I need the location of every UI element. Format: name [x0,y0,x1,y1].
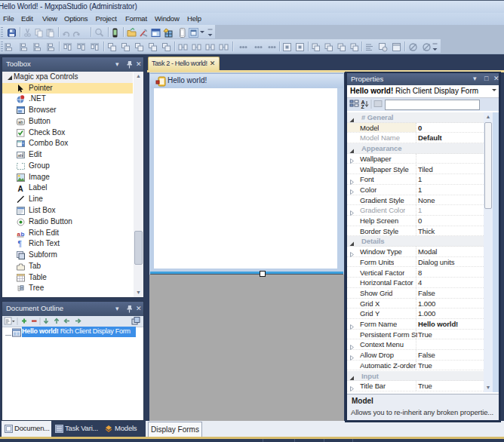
svg-text:b: b [21,230,25,237]
svg-text:ab: ab [18,120,23,124]
svg-text:A: A [18,185,23,193]
svg-text:Z: Z [361,104,365,109]
svg-text:ab: ab [18,153,23,158]
svg-text:¶: ¶ [18,240,22,248]
